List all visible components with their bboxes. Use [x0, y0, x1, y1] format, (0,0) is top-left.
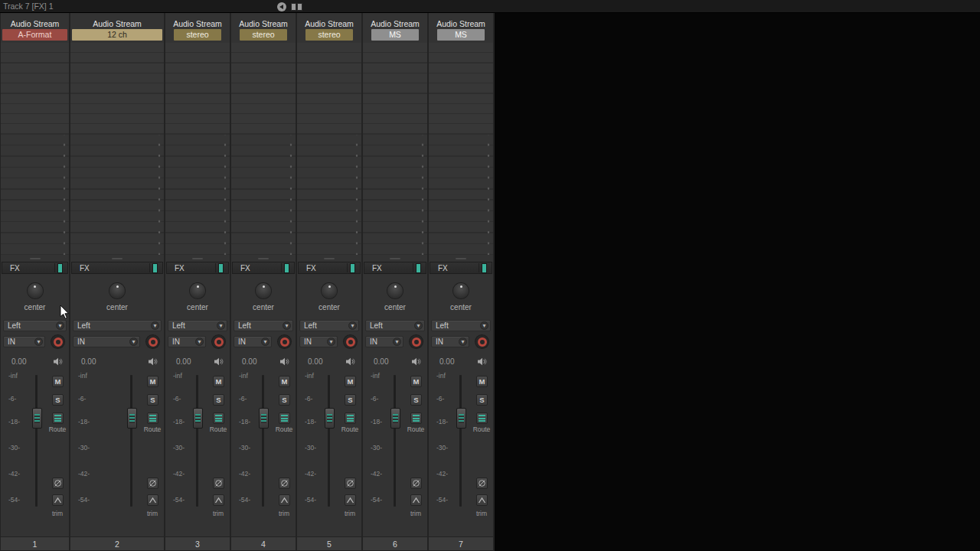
track-number-cell[interactable]: 7	[429, 537, 493, 550]
panel-resize-grip[interactable]	[429, 255, 493, 262]
fader-handle[interactable]	[325, 408, 335, 429]
send-slot-list[interactable]	[297, 135, 361, 255]
panel-resize-grip[interactable]	[70, 255, 164, 262]
fx-enable-indicator[interactable]	[153, 264, 157, 272]
mute-button[interactable]: M	[52, 376, 64, 387]
record-arm-button[interactable]	[475, 335, 488, 348]
trim-button[interactable]	[279, 494, 290, 506]
pan-knob[interactable]	[322, 283, 337, 298]
pan-knob[interactable]	[28, 283, 43, 298]
fx-bar[interactable]: FX	[166, 262, 229, 274]
format-badge[interactable]: stereo	[174, 29, 221, 41]
mute-button[interactable]: M	[213, 376, 224, 387]
fader-handle[interactable]	[32, 408, 42, 429]
mute-button[interactable]: M	[279, 376, 290, 387]
trim-button[interactable]	[410, 494, 422, 506]
solo-button[interactable]: S	[52, 394, 64, 406]
route-button[interactable]	[345, 412, 356, 424]
fader-rail[interactable]	[196, 375, 198, 507]
input-select[interactable]: IN ▾	[234, 336, 272, 347]
fx-enable-indicator[interactable]	[285, 264, 289, 272]
output-select[interactable]: Left ▾	[168, 320, 227, 331]
track-number-cell[interactable]: 5	[297, 537, 361, 550]
phase-button[interactable]	[147, 478, 158, 489]
send-slot-list[interactable]	[231, 135, 296, 255]
send-slot-list[interactable]	[363, 135, 427, 255]
output-select[interactable]: Left ▾	[431, 320, 491, 331]
format-badge[interactable]: stereo	[305, 29, 353, 41]
phase-button[interactable]	[345, 478, 356, 489]
output-select[interactable]: Left ▾	[234, 320, 293, 331]
speaker-icon[interactable]	[477, 357, 487, 366]
input-select[interactable]: IN ▾	[168, 336, 206, 347]
pan-knob[interactable]	[453, 283, 469, 298]
speaker-icon[interactable]	[53, 357, 63, 366]
fader-rail[interactable]	[35, 375, 38, 507]
fx-enable-indicator[interactable]	[416, 264, 420, 272]
fader-handle[interactable]	[127, 408, 137, 429]
insert-slot-list[interactable]	[231, 43, 296, 135]
input-select[interactable]: IN ▾	[3, 336, 45, 347]
record-arm-button[interactable]	[51, 335, 64, 348]
trim-button[interactable]	[52, 494, 64, 506]
output-select[interactable]: Left ▾	[365, 320, 425, 331]
speaker-icon[interactable]	[148, 357, 158, 366]
send-slot-list[interactable]	[70, 135, 164, 255]
fader-rail[interactable]	[328, 375, 330, 507]
phase-button[interactable]	[213, 478, 224, 489]
route-button[interactable]	[213, 412, 224, 424]
format-badge[interactable]: MS	[371, 29, 419, 41]
solo-button[interactable]: S	[279, 394, 290, 406]
fx-bar[interactable]: FX	[430, 262, 492, 274]
phase-button[interactable]	[476, 478, 488, 489]
phase-button[interactable]	[410, 478, 422, 489]
fader-handle[interactable]	[390, 408, 400, 429]
insert-slot-list[interactable]	[70, 43, 164, 135]
fader-handle[interactable]	[456, 408, 466, 429]
panel-resize-grip[interactable]	[297, 255, 361, 262]
mute-button[interactable]: M	[410, 376, 422, 387]
phase-button[interactable]	[279, 478, 290, 489]
mute-button[interactable]: M	[476, 376, 488, 387]
fx-bar[interactable]: FX	[71, 262, 163, 274]
fader-handle[interactable]	[259, 408, 269, 429]
speaker-icon[interactable]	[279, 357, 289, 366]
mute-button[interactable]: M	[147, 376, 158, 387]
record-arm-button[interactable]	[212, 335, 225, 348]
solo-button[interactable]: S	[147, 394, 158, 406]
send-slot-list[interactable]	[1, 135, 69, 255]
trim-button[interactable]	[147, 494, 158, 506]
pan-knob[interactable]	[256, 283, 271, 298]
insert-slot-list[interactable]	[297, 43, 361, 135]
fx-enable-indicator[interactable]	[482, 264, 486, 272]
format-badge[interactable]: stereo	[240, 29, 287, 41]
nav-back-icon[interactable]	[277, 2, 286, 11]
output-select[interactable]: Left ▾	[73, 320, 162, 331]
trim-button[interactable]	[345, 494, 356, 506]
format-badge[interactable]: MS	[437, 29, 485, 41]
fx-bar[interactable]: FX	[232, 262, 295, 274]
dock-tabs-icon[interactable]	[291, 3, 302, 11]
route-button[interactable]	[476, 412, 488, 424]
insert-slot-list[interactable]	[429, 43, 493, 135]
record-arm-button[interactable]	[278, 335, 291, 348]
insert-slot-list[interactable]	[165, 43, 230, 135]
route-button[interactable]	[52, 412, 64, 424]
output-select[interactable]: Left ▾	[299, 320, 359, 331]
input-select[interactable]: IN ▾	[299, 336, 338, 347]
send-slot-list[interactable]	[429, 135, 493, 255]
mute-button[interactable]: M	[345, 376, 356, 387]
insert-slot-list[interactable]	[363, 43, 427, 135]
track-number-cell[interactable]: 3	[165, 537, 230, 550]
fx-bar[interactable]: FX	[2, 262, 68, 274]
pan-knob[interactable]	[109, 283, 125, 298]
fader-handle[interactable]	[193, 408, 203, 429]
fx-bar[interactable]: FX	[364, 262, 426, 274]
phase-button[interactable]	[52, 478, 64, 489]
fader-rail[interactable]	[459, 375, 462, 507]
solo-button[interactable]: S	[213, 394, 224, 406]
send-slot-list[interactable]	[165, 135, 230, 255]
panel-resize-grip[interactable]	[165, 255, 230, 262]
fx-enable-indicator[interactable]	[351, 264, 354, 272]
pan-knob[interactable]	[190, 283, 205, 298]
